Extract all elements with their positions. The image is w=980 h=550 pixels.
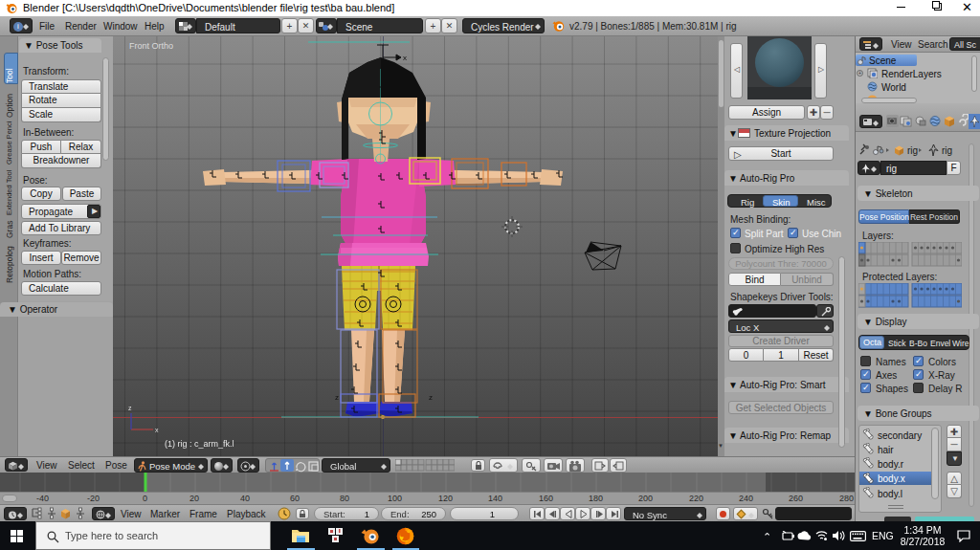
svg-text:x: x	[403, 54, 407, 62]
svg-text:rig: rig	[907, 145, 918, 156]
svg-text:rig: rig	[942, 145, 952, 156]
svg-text:z: z	[335, 393, 339, 402]
svg-text:z: z	[429, 393, 433, 402]
svg-text:z: z	[128, 405, 132, 411]
svg-text:x: x	[155, 427, 159, 433]
